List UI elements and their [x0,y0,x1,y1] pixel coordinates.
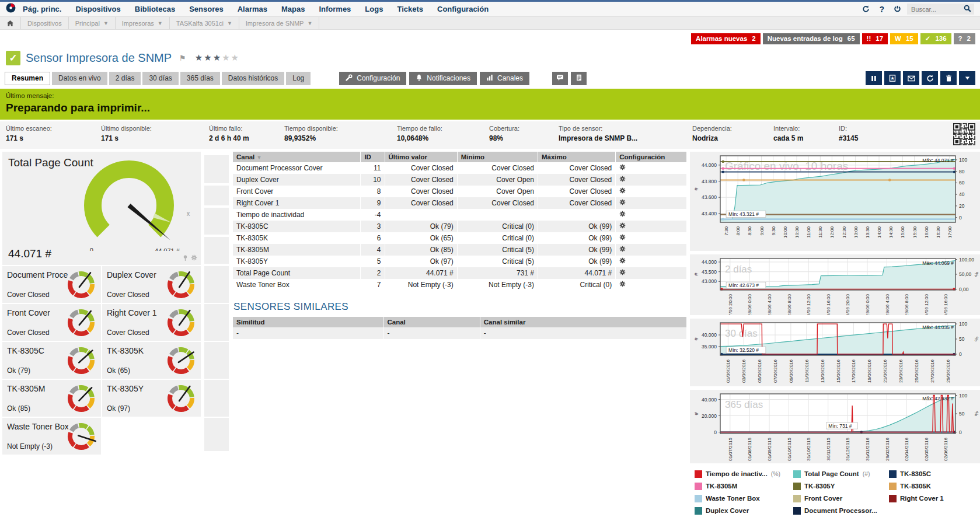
badge-new-alarms[interactable]: Alarmas nuevas2 [691,33,761,44]
column-header-canal-similar[interactable]: Canal similar [480,317,686,327]
gear-icon[interactable] [191,254,197,261]
column-header-m-nimo[interactable]: Mínimo [457,152,538,162]
table-row[interactable]: TK-8305K 6 Ok (65) Critical (0) Ok (99) [233,232,687,244]
graph-30dias[interactable]: 30 días35.00040.000050100#%Máx: 44.035 #… [690,319,980,386]
nav-item-p-g-princ-[interactable]: Pág. princ. [23,5,61,13]
gauge-card-tk-8305k[interactable]: TK-8305K Ok (65) [102,342,201,379]
channel-name[interactable]: TK-8305C [233,221,361,232]
nav-item-dispositivos[interactable]: Dispositivos [75,5,120,13]
channel-name[interactable]: Waste Toner Box [233,279,361,291]
nav-item-logs[interactable]: Logs [365,5,383,13]
channel-name[interactable]: Duplex Cover [233,174,361,186]
gauge-card-document-proce[interactable]: Document Proce... Cover Closed [2,266,101,303]
refresh-icon[interactable] [862,5,870,13]
table-row[interactable]: TK-8305Y 5 Ok (97) Critical (5) Ok (99) [233,256,687,267]
badge-up-sensors[interactable]: ✓136 [920,33,951,44]
column-header-configuraci-n[interactable]: Configuración [616,152,686,162]
table-row[interactable]: Right Cover 1 9 Cover Closed Cover Close… [233,197,687,209]
column-header--ltimo-valor[interactable]: Último valor [385,152,457,162]
comments-button[interactable] [552,72,568,85]
gear-icon[interactable] [619,222,626,229]
delete-button[interactable] [940,71,957,85]
historic-report-button[interactable] [571,72,587,85]
table-row[interactable]: Document Processor Cover 11 Cover Closed… [233,162,687,174]
nav-item-configuraci-n[interactable]: Configuración [437,5,489,13]
channel-name[interactable]: Front Cover [233,186,361,197]
column-header-id[interactable]: ID [361,152,385,162]
send-mail-button[interactable] [903,71,919,85]
gear-icon[interactable] [619,176,626,182]
nav-item-alarmas[interactable]: Alarmas [238,5,267,13]
configuración-button[interactable]: Configuración [339,72,406,85]
breadcrumb-item-impresora-de-snmp[interactable]: Impresora de SNMP▼ [239,17,320,29]
legend-item-waste-toner-box[interactable]: Waste Toner Box [695,494,790,502]
notificaciones-button[interactable]: Notificaciones [409,72,477,85]
table-row[interactable]: Total Page Count 2 44.071 # 731 # 44.071… [233,267,687,279]
gauge-card-front-cover[interactable]: Front Cover Cover Closed [2,304,101,341]
legend-item-document-processor[interactable]: Document Processor... [793,506,885,515]
table-row[interactable]: Tiempo de inactividad -4 [233,209,687,221]
total-page-count-gauge[interactable]: Total Page Count 0 44.071 # x̄ 44.071 # [2,152,201,265]
table-row[interactable]: Duplex Cover 10 Cover Closed Cover Open … [233,174,687,186]
tab-365-d-as[interactable]: 365 días [180,72,220,85]
nav-item-sensores[interactable]: Sensores [189,5,224,13]
legend-item-tk-8305c[interactable]: TK-8305C [889,470,980,478]
channel-name[interactable]: TK-8305Y [233,256,361,267]
tab-30-d-as[interactable]: 30 días [142,72,178,85]
gauge-card-tk-8305y[interactable]: TK-8305Y Ok (97) [102,380,201,417]
table-row[interactable]: TK-8305C 3 Ok (79) Critical (0) Ok (99) [233,221,687,232]
column-header-canal[interactable]: Canal [383,317,480,327]
legend-item-tiempo-de-inactiv[interactable]: Tiempo de inactiv...(%) [695,470,790,478]
channel-name[interactable]: Right Cover 1 [233,197,361,209]
nav-item-informes[interactable]: Informes [319,5,351,13]
nav-item-tickets[interactable]: Tickets [397,5,423,13]
badge-new-log-entries[interactable]: Nuevas entradas de log65 [763,33,860,44]
gear-icon[interactable] [619,199,626,205]
search-icon[interactable] [964,4,971,15]
nav-item-bibliotecas[interactable]: Bibliotecas [135,5,175,13]
breadcrumb-item-principal[interactable]: Principal▼ [69,17,116,29]
legend-item-tk-8305m[interactable]: TK-8305M [695,482,790,490]
tab-datos-hist-ricos[interactable]: Datos históricos [222,72,284,85]
table-row[interactable]: TK-8305M 4 Ok (85) Critical (5) Ok (99) [233,244,687,256]
gauge-card-right-cover-1[interactable]: Right Cover 1 Cover Closed [102,304,201,341]
channel-name[interactable]: Total Page Count [233,267,361,279]
breadcrumb-home-icon[interactable] [0,17,21,29]
tab-2-d-as[interactable]: 2 días [109,72,141,85]
pause-button[interactable] [866,71,882,85]
pin-icon[interactable] [183,254,188,261]
more-button[interactable] [959,71,975,85]
add-favorite-button[interactable]: ★ [884,71,901,85]
help-icon[interactable]: ? [879,5,884,14]
legend-item-duplex-cover[interactable]: Duplex Cover [695,506,790,515]
gear-icon[interactable] [619,211,626,217]
gear-icon[interactable] [619,257,626,264]
graph-2dias[interactable]: 2 días43.00043.50044.0000,0050,00100,00#… [690,254,980,315]
flag-icon[interactable]: ⚑ [179,54,186,62]
gauge-card-tk-8305c[interactable]: TK-8305C Ok (79) [2,342,101,379]
legend-item-total-page-count[interactable]: Total Page Count(#) [793,470,885,478]
column-header-m-ximo[interactable]: Máximo [538,152,616,162]
badge-unknown-sensors[interactable]: ?2 [954,33,975,44]
tab-resumen[interactable]: Resumen [5,72,50,85]
legend-item-tk-8305y[interactable]: TK-8305Y [793,482,885,490]
channel-name[interactable]: Document Processor Cover [233,162,361,174]
breadcrumb-item-impresoras[interactable]: Impresoras▼ [116,17,170,29]
graph-365dias[interactable]: 365 días020.00040.000050100#%Máx: 42.932… [690,390,980,463]
table-row[interactable]: Waste Toner Box 7 Not Empty (-3) Not Emp… [233,279,687,291]
canales-button[interactable]: Canales [480,72,529,85]
column-header-similitud[interactable]: Similitud [233,317,383,327]
channel-name[interactable]: TK-8305K [233,232,361,244]
gauge-card-waste-toner-box[interactable]: Waste Toner Box Not Empty (-3) [2,418,101,455]
scan-now-button[interactable] [922,71,938,85]
gauge-card-tk-8305m[interactable]: TK-8305M Ok (85) [2,380,101,417]
gauge-card-duplex-cover[interactable]: Duplex Cover Cover Closed [102,266,201,303]
search-input[interactable] [910,5,960,13]
legend-item-front-cover[interactable]: Front Cover [793,494,885,502]
tab-datos-en-vivo[interactable]: Datos en vivo [52,72,107,85]
gear-icon[interactable] [619,187,626,194]
breadcrumb-item-dispositivos[interactable]: Dispositivos [21,17,69,29]
power-icon[interactable] [894,5,901,13]
gear-icon[interactable] [619,234,626,240]
gear-icon[interactable] [619,164,626,170]
